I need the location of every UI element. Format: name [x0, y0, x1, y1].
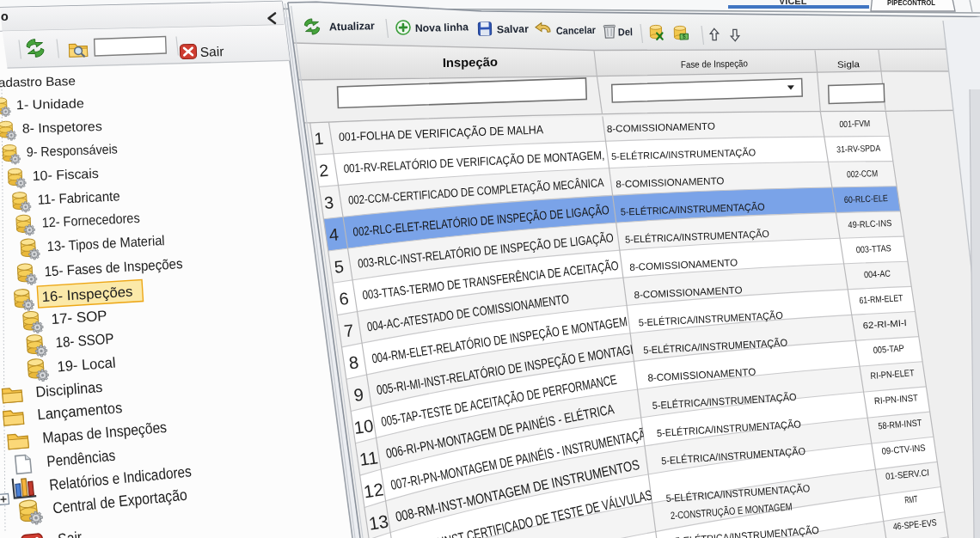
svg-text:4: 4: [328, 224, 340, 244]
svg-text:002-CCM: 002-CCM: [847, 168, 878, 179]
svg-text:003-TTAS: 003-TTAS: [855, 242, 891, 254]
svg-text:Cancelar: Cancelar: [556, 24, 597, 37]
svg-text:11: 11: [358, 447, 379, 469]
svg-text:Inspeção: Inspeção: [443, 55, 498, 70]
svg-text:PIPECONTROL: PIPECONTROL: [887, 0, 935, 7]
svg-text:Sair: Sair: [57, 528, 83, 538]
svg-text:6: 6: [338, 289, 349, 309]
svg-text:8- Inspetores: 8- Inspetores: [22, 119, 103, 136]
svg-text:60-RLC-ELE: 60-RLC-ELE: [844, 193, 888, 205]
svg-text:004-AC: 004-AC: [864, 268, 891, 280]
svg-text:005-TAP: 005-TAP: [873, 343, 904, 355]
svg-text:Atualizar: Atualizar: [329, 20, 375, 33]
svg-text:001-FVM: 001-FVM: [839, 119, 870, 129]
svg-text:$: $: [683, 34, 686, 40]
svg-text:VICEL: VICEL: [779, 0, 807, 6]
svg-text:10- Fiscais: 10- Fiscais: [32, 166, 99, 183]
svg-text:12: 12: [363, 479, 385, 501]
svg-text:49-RLC-INS: 49-RLC-INS: [848, 217, 892, 229]
svg-text:o: o: [1, 9, 9, 23]
svg-text:RMT: RMT: [904, 493, 918, 504]
svg-text:5: 5: [334, 257, 345, 277]
svg-text:Salvar: Salvar: [497, 23, 530, 36]
svg-text:1- Unidade: 1- Unidade: [16, 95, 84, 112]
svg-text:Fase de Inspeção: Fase de Inspeção: [681, 58, 748, 70]
svg-text:2: 2: [318, 161, 329, 180]
svg-text:Del: Del: [618, 26, 633, 38]
svg-text:adastro Base: adastro Base: [0, 74, 76, 89]
svg-text:3: 3: [323, 193, 334, 212]
svg-text:10: 10: [352, 416, 374, 437]
svg-text:Sigla: Sigla: [837, 58, 860, 70]
svg-text:31-RV-SPDA: 31-RV-SPDA: [836, 144, 880, 155]
svg-text:1: 1: [314, 128, 324, 148]
svg-text:Sair: Sair: [199, 44, 224, 59]
svg-text:13: 13: [367, 510, 389, 533]
svg-text:Nova linha: Nova linha: [415, 21, 469, 34]
